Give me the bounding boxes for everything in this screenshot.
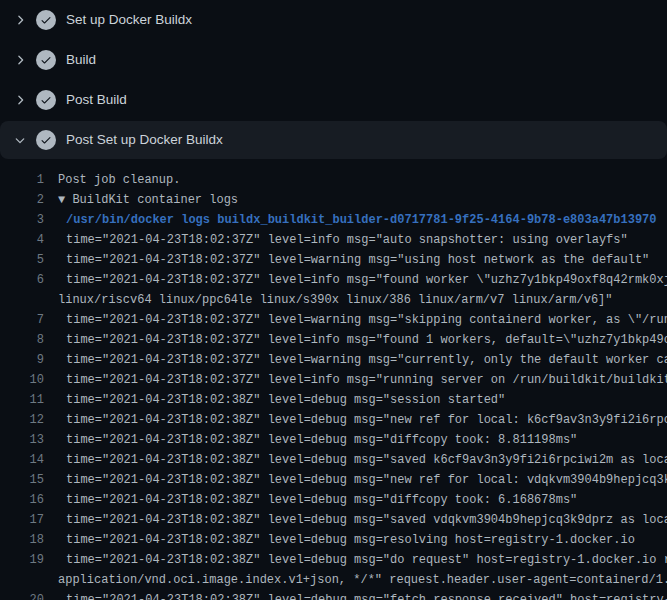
log-line-number[interactable]: 11 [0, 390, 44, 410]
log-line-number[interactable]: 1 [0, 170, 44, 190]
log-text: time="2021-04-23T18:02:38Z" level=debug … [66, 430, 577, 450]
log-line-number[interactable]: 18 [0, 530, 44, 550]
log-line: 4time="2021-04-23T18:02:37Z" level=info … [0, 230, 667, 250]
log-line-number[interactable]: 5 [0, 250, 44, 270]
log-text: time="2021-04-23T18:02:38Z" level=debug … [66, 490, 577, 510]
log-command-text: /usr/bin/docker logs buildx_buildkit_bui… [66, 210, 657, 230]
log-line: 10time="2021-04-23T18:02:37Z" level=info… [0, 370, 667, 390]
step-section-list: Set up Docker Buildx Build Post Build Po… [0, 0, 667, 159]
chevron-right-icon [12, 53, 28, 67]
log-line-number[interactable]: 19 [0, 550, 44, 570]
step-section-post-set-up-docker-buildx[interactable]: Post Set up Docker Buildx [0, 121, 667, 159]
log-line-number[interactable]: 6 [0, 270, 44, 290]
log-text: time="2021-04-23T18:02:38Z" level=debug … [66, 510, 667, 530]
log-text: time="2021-04-23T18:02:38Z" level=debug … [66, 530, 635, 550]
log-line: 13time="2021-04-23T18:02:38Z" level=debu… [0, 430, 667, 450]
log-text: time="2021-04-23T18:02:38Z" level=debug … [66, 550, 667, 570]
log-line-number [0, 570, 44, 590]
log-text: time="2021-04-23T18:02:37Z" level=info m… [66, 270, 667, 290]
log-line-number[interactable]: 15 [0, 470, 44, 490]
check-circle-icon [36, 50, 56, 70]
log-line: 15time="2021-04-23T18:02:38Z" level=debu… [0, 470, 667, 490]
step-section-label: Build [66, 53, 96, 67]
log-line: 11time="2021-04-23T18:02:38Z" level=debu… [0, 390, 667, 410]
chevron-down-icon [12, 133, 28, 147]
log-text: time="2021-04-23T18:02:38Z" level=debug … [66, 410, 667, 430]
log-line-number[interactable]: 7 [0, 310, 44, 330]
log-line: 5time="2021-04-23T18:02:37Z" level=warni… [0, 250, 667, 270]
log-line: 14time="2021-04-23T18:02:38Z" level=debu… [0, 450, 667, 470]
log-group-caret-icon[interactable]: ▼ [58, 193, 72, 207]
check-circle-icon [36, 10, 56, 30]
log-line: 19time="2021-04-23T18:02:38Z" level=debu… [0, 550, 667, 570]
log-text: Post job cleanup. [58, 170, 180, 190]
log-line-number[interactable]: 4 [0, 230, 44, 250]
log-viewer: 1Post job cleanup.2▼ BuildKit container … [0, 170, 667, 600]
step-section-label: Post Set up Docker Buildx [66, 133, 223, 147]
step-section-build[interactable]: Build [0, 40, 667, 80]
log-text: linux/riscv64 linux/ppc64le linux/s390x … [58, 290, 613, 310]
log-line-wrap: application/vnd.oci.image.index.v1+json,… [0, 570, 667, 590]
log-line-number[interactable]: 20 [0, 590, 44, 600]
log-line: 17time="2021-04-23T18:02:38Z" level=debu… [0, 510, 667, 530]
step-section-set-up-docker-buildx[interactable]: Set up Docker Buildx [0, 0, 667, 40]
log-text: time="2021-04-23T18:02:38Z" level=debug … [66, 450, 667, 470]
log-line-number[interactable]: 17 [0, 510, 44, 530]
log-line: 16time="2021-04-23T18:02:38Z" level=debu… [0, 490, 667, 510]
log-text: time="2021-04-23T18:02:37Z" level=info m… [66, 370, 667, 390]
step-section-post-build[interactable]: Post Build [0, 80, 667, 120]
log-line-number[interactable]: 2 [0, 190, 44, 210]
log-line: 12time="2021-04-23T18:02:38Z" level=debu… [0, 410, 667, 430]
log-text: time="2021-04-23T18:02:38Z" level=debug … [66, 590, 667, 600]
check-circle-icon [36, 130, 56, 150]
log-line: 8time="2021-04-23T18:02:37Z" level=info … [0, 330, 667, 350]
log-line: 7time="2021-04-23T18:02:37Z" level=warni… [0, 310, 667, 330]
step-section-label: Set up Docker Buildx [66, 13, 192, 27]
log-line-number[interactable]: 8 [0, 330, 44, 350]
log-line-number[interactable]: 9 [0, 350, 44, 370]
log-text: time="2021-04-23T18:02:37Z" level=info m… [66, 330, 667, 350]
log-text: ▼ BuildKit container logs [58, 190, 238, 210]
log-line: 18time="2021-04-23T18:02:38Z" level=debu… [0, 530, 667, 550]
log-text: time="2021-04-23T18:02:38Z" level=debug … [66, 390, 505, 410]
log-line: 6time="2021-04-23T18:02:37Z" level=info … [0, 270, 667, 290]
log-text: time="2021-04-23T18:02:37Z" level=warnin… [66, 250, 649, 270]
log-line: 3/usr/bin/docker logs buildx_buildkit_bu… [0, 210, 667, 230]
log-line-number[interactable]: 13 [0, 430, 44, 450]
log-line-number[interactable]: 12 [0, 410, 44, 430]
check-circle-icon [36, 90, 56, 110]
log-line-number [0, 290, 44, 310]
step-section-label: Post Build [66, 93, 127, 107]
log-text: time="2021-04-23T18:02:37Z" level=warnin… [66, 310, 667, 330]
chevron-right-icon [12, 93, 28, 107]
log-line: 9time="2021-04-23T18:02:37Z" level=warni… [0, 350, 667, 370]
log-text: time="2021-04-23T18:02:37Z" level=info m… [66, 230, 628, 250]
chevron-right-icon [12, 13, 28, 27]
log-text: time="2021-04-23T18:02:37Z" level=warnin… [66, 350, 667, 370]
log-line-wrap: linux/riscv64 linux/ppc64le linux/s390x … [0, 290, 667, 310]
log-line-number[interactable]: 10 [0, 370, 44, 390]
log-line-number[interactable]: 14 [0, 450, 44, 470]
log-line: 2▼ BuildKit container logs [0, 190, 667, 210]
log-line: 1Post job cleanup. [0, 170, 667, 190]
log-line: 20time="2021-04-23T18:02:38Z" level=debu… [0, 590, 667, 600]
log-line-number[interactable]: 3 [0, 210, 44, 230]
log-line-number[interactable]: 16 [0, 490, 44, 510]
log-text: application/vnd.oci.image.index.v1+json,… [58, 570, 667, 590]
log-text: time="2021-04-23T18:02:38Z" level=debug … [66, 470, 667, 490]
